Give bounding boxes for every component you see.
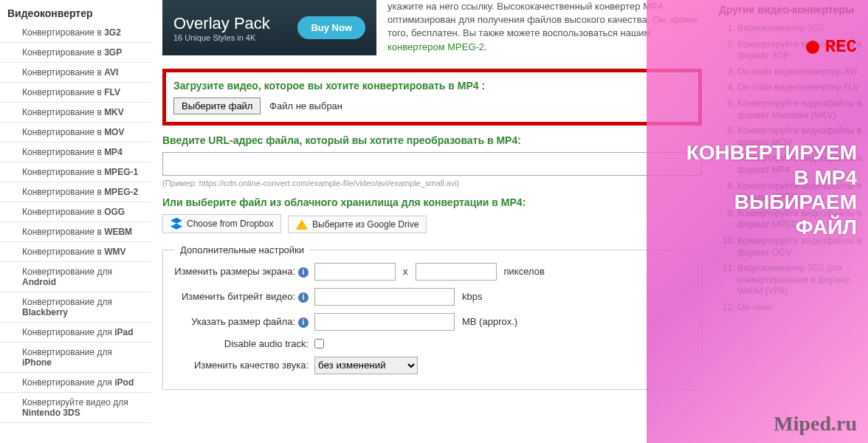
url-section-title: Введите URL-адрес файла, который вы хоти…: [162, 134, 702, 146]
converter-link-11[interactable]: Он-лайн: [737, 302, 862, 314]
sidebar-item-blackberry[interactable]: Конвертирование для Blackberry: [0, 292, 151, 323]
description-text: укажите на него ссылку. Высококачественн…: [388, 0, 702, 54]
disable-audio-checkbox[interactable]: [314, 339, 324, 348]
banner-subtitle: 16 Unique Styles in 4K: [173, 33, 270, 42]
sidebar-item-webm[interactable]: Конвертирование в WEBM: [0, 222, 151, 242]
sidebar-item-ipad[interactable]: Конвертирование для iPad: [0, 323, 151, 343]
converter-link-10[interactable]: Видеоконвертер 3G2 для конвертирования в…: [737, 263, 862, 298]
converter-link-2[interactable]: Он-лайн видеоконвертер AVI: [737, 66, 862, 78]
cloud-section-title: Или выберите файл из облачного хранилища…: [162, 196, 702, 208]
choose-file-button[interactable]: Выберите файл: [173, 97, 261, 114]
watermark: Miped.ru: [774, 412, 857, 436]
dropbox-button[interactable]: Choose from Dropbox: [162, 214, 281, 233]
main-content: Overlay Pack 16 Unique Styles in 4K Buy …: [151, 0, 713, 443]
width-input[interactable]: [314, 263, 396, 281]
sidebar-item-mov[interactable]: Конвертирование в MOV: [0, 123, 151, 142]
url-hint: (Пример: https://cdn.online-convert.com/…: [162, 179, 702, 188]
sidebar-item-mpeg-2[interactable]: Конвертирование в MPEG-2: [0, 182, 151, 202]
sidebar-item-ipod[interactable]: Конвертирование для iPod: [0, 373, 151, 393]
sidebar-item-ogg[interactable]: Конвертирование в OGG: [0, 202, 151, 222]
sidebar-item-flv[interactable]: Конвертирование в FLV: [0, 83, 151, 103]
mpeg2-link[interactable]: конвертером MPEG-2: [388, 41, 484, 52]
url-input[interactable]: [162, 152, 702, 176]
sidebar-item-nintendo 3ds[interactable]: Конвертируйте видео для Nintendo 3DS: [0, 393, 151, 423]
sidebar-item-android[interactable]: Конвертирование для Android: [0, 262, 151, 292]
overlay-caption: КОНВЕРТИРУЕМ В MP4 ВЫБИРАЕМ ФАЙЛ: [672, 140, 857, 239]
info-icon[interactable]: i: [298, 292, 309, 303]
sidebar-item-3gp[interactable]: Конвертирование в 3GP: [0, 43, 151, 63]
converter-link-4[interactable]: Конвертируйте видеофайлы в формат Matros…: [737, 98, 862, 121]
gdrive-icon: [296, 219, 308, 230]
buy-now-button[interactable]: Buy Now: [297, 16, 365, 39]
banner-overlay-pack[interactable]: Overlay Pack 16 Unique Styles in 4K Buy …: [162, 0, 376, 55]
sidebar-item-wmv[interactable]: Конвертирование в WMV: [0, 242, 151, 262]
rec-dot-icon: [806, 41, 819, 54]
converter-link-3[interactable]: Он-лайн видеоконвертер FLV: [737, 82, 862, 94]
file-status: Файл не выбран: [269, 100, 342, 111]
settings-legend: Дополнительные настройки: [174, 244, 310, 255]
converter-link-0[interactable]: Видеоконвертер 3G2: [737, 23, 862, 35]
gdrive-button[interactable]: Выберите из Google Drive: [288, 216, 427, 233]
bitrate-input[interactable]: [314, 288, 455, 306]
banner-title: Overlay Pack: [173, 14, 270, 33]
right-sidebar-title: Другие видео-конвертеры: [719, 4, 862, 16]
upload-highlight-box: Загрузите видео, которое вы хотите конве…: [162, 69, 702, 126]
filesize-input[interactable]: [314, 313, 455, 331]
sidebar-item-mpeg-1[interactable]: Конвертирование в MPEG-1: [0, 162, 151, 182]
dropbox-icon: [170, 218, 182, 230]
audio-quality-select[interactable]: без изменений: [314, 357, 418, 374]
info-icon[interactable]: i: [298, 267, 309, 278]
height-input[interactable]: [416, 263, 497, 281]
rec-badge: REC: [806, 37, 857, 57]
sidebar-item-avi[interactable]: Конвертирование в AVI: [0, 63, 151, 83]
left-sidebar: Видеоконвертер Конвертирование в 3G2Конв…: [0, 0, 151, 443]
left-sidebar-title: Видеоконвертер: [0, 4, 151, 23]
sidebar-item-3g2[interactable]: Конвертирование в 3G2: [0, 23, 151, 43]
settings-fieldset: Дополнительные настройки Изменить размер…: [162, 244, 702, 390]
info-icon[interactable]: i: [298, 317, 309, 328]
sidebar-item-mp4[interactable]: Конвертирование в MP4: [0, 142, 151, 162]
sidebar-item-mkv[interactable]: Конвертирование в MKV: [0, 103, 151, 123]
sidebar-item-iphone[interactable]: Конвертирование для iPhone: [0, 343, 151, 373]
upload-title: Загрузите видео, которое вы хотите конве…: [173, 80, 691, 92]
